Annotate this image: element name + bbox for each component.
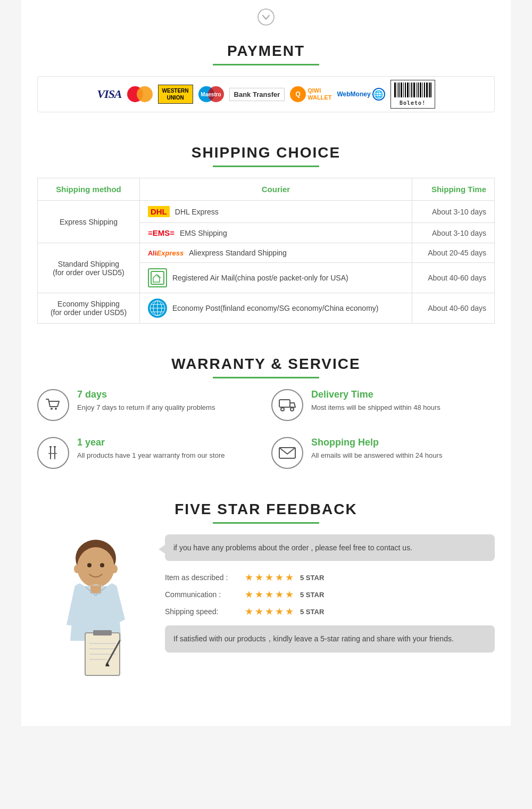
feedback-content: if you have any problems about the order…: [165, 534, 495, 653]
warranty-1year-desc: All products have 1 year warranty from o…: [77, 450, 225, 461]
feedback-section: FIVE STAR FEEDBACK: [21, 490, 511, 705]
svg-rect-43: [93, 630, 112, 635]
star-4: ★: [275, 606, 284, 617]
svg-rect-15: [424, 82, 425, 97]
webmoney-globe-icon: 🌐: [372, 88, 385, 101]
svg-rect-8: [410, 82, 410, 97]
truck-icon: [271, 389, 303, 421]
warranty-grid: 7 days Enjoy 7 days to return if any qua…: [37, 389, 495, 469]
warranty-item-1year: 1 year All products have 1 year warranty…: [37, 437, 261, 469]
economy-row: Economy Post(finland economy/SG economy/…: [139, 293, 412, 324]
shipping-table: Shipping method Courier Shipping Time Ex…: [37, 178, 495, 324]
chinapost-row: Registered Air Mail(china post/e packet-…: [139, 263, 412, 293]
warranty-help-desc: All emails will be answered within 24 ho…: [311, 450, 442, 461]
bank-transfer-logo: Bank Transfer: [229, 85, 285, 104]
star-3: ★: [265, 589, 273, 600]
dhl-time: About 3-10 days: [412, 201, 494, 223]
svg-rect-4: [401, 82, 402, 97]
qiwi-logo: Q QIWIWALLET: [290, 85, 331, 104]
chinapost-name: Registered Air Mail(china post/e packet-…: [172, 274, 348, 282]
ems-row: ≡EMS= EMS Shipping: [139, 223, 412, 243]
chinapost-time: About 40-60 days: [412, 263, 494, 293]
shipping-section: SHIPPING CHOICE Shipping method Courier …: [21, 134, 511, 340]
col-courier: Courier: [139, 178, 412, 201]
svg-rect-12: [418, 82, 419, 97]
shipping-underline: [213, 166, 319, 167]
warranty-item-7days: 7 days Enjoy 7 days to return if any qua…: [37, 389, 261, 421]
table-row: Standard Shipping(for order over USD5) A…: [38, 243, 495, 263]
svg-point-37: [74, 565, 80, 573]
svg-rect-6: [405, 82, 406, 97]
ali-time: About 20-45 days: [412, 243, 494, 263]
warranty-item-delivery: Delivery Time Most items will be shipped…: [271, 389, 495, 421]
star-label-communication: 5 STAR: [300, 591, 324, 599]
star-1: ★: [245, 606, 253, 617]
svg-point-36: [77, 547, 114, 588]
svg-rect-17: [429, 82, 430, 97]
star-5: ★: [285, 589, 294, 600]
ali-name: Aliexpress Standard Shipping: [189, 249, 287, 257]
feedback-body: if you have any problems about the order…: [37, 534, 495, 689]
star-5: ★: [285, 572, 294, 583]
star-1: ★: [245, 572, 253, 583]
star-label-shipping: 5 STAR: [300, 608, 324, 616]
shipping-title: SHIPPING CHOICE: [37, 144, 495, 161]
dhl-name: DHL Express: [175, 208, 219, 216]
svg-rect-28: [279, 400, 290, 407]
star-4: ★: [275, 572, 284, 583]
mc-circle-orange: [137, 86, 153, 102]
svg-point-39: [87, 563, 92, 567]
warranty-delivery-content: Delivery Time Most items will be shipped…: [311, 389, 440, 413]
table-row: Economy Shipping(for order under USD5): [38, 293, 495, 324]
warranty-underline: [213, 377, 319, 378]
un-logo: [148, 299, 167, 318]
ems-name: EMS Shipping: [180, 229, 227, 237]
svg-rect-5: [403, 82, 404, 97]
svg-rect-10: [413, 82, 415, 97]
rating-label-communication: Communication :: [165, 590, 245, 599]
svg-rect-13: [420, 82, 421, 97]
stars-shipping: ★ ★ ★ ★ ★: [245, 606, 294, 617]
svg-rect-2: [397, 82, 397, 97]
feedback-title: FIVE STAR FEEDBACK: [37, 501, 495, 518]
maestro-logo: Maestro: [198, 85, 224, 104]
svg-rect-14: [422, 82, 423, 97]
economy-method: Economy Shipping(for order under USD5): [38, 293, 140, 324]
star-label-described: 5 STAR: [300, 574, 324, 582]
svg-rect-9: [411, 82, 412, 97]
star-3: ★: [265, 606, 273, 617]
star-2: ★: [255, 589, 263, 600]
warranty-7days-title: 7 days: [77, 389, 215, 400]
payment-underline: [213, 64, 319, 65]
economy-time: About 40-60 days: [412, 293, 494, 324]
star-1: ★: [245, 589, 253, 600]
table-row: Express Shipping DHL DHL Express About 3…: [38, 201, 495, 223]
svg-rect-7: [407, 82, 409, 97]
col-time: Shipping Time: [412, 178, 494, 201]
cart-icon: [37, 389, 69, 421]
svg-point-38: [111, 565, 118, 573]
warranty-help-title: Shopping Help: [311, 437, 442, 448]
svg-point-27: [55, 408, 57, 410]
col-method: Shipping method: [38, 178, 140, 201]
star-5: ★: [285, 606, 294, 617]
dhl-row: DHL DHL Express: [139, 201, 412, 223]
person-image: [37, 534, 154, 689]
warranty-delivery-desc: Most items will be shipped within 48 hou…: [311, 402, 440, 413]
svg-rect-18: [430, 82, 431, 97]
china-post-icon: [148, 268, 167, 287]
rating-row-described: Item as described : ★ ★ ★ ★ ★ 5 STAR: [165, 572, 495, 583]
svg-point-40: [100, 563, 104, 567]
warranty-title: WARRANTY & SERVICE: [37, 356, 495, 373]
payment-title: PAYMENT: [37, 43, 495, 60]
svg-rect-1: [394, 82, 396, 97]
speech-bottom-text: If satisfied with our products，kindly le…: [173, 634, 454, 643]
ems-time: About 3-10 days: [412, 223, 494, 243]
western-union-logo: WESTERNUNION: [158, 85, 193, 104]
stars-communication: ★ ★ ★ ★ ★: [245, 589, 294, 600]
svg-point-0: [258, 9, 274, 25]
warranty-item-help: Shopping Help All emails will be answere…: [271, 437, 495, 469]
payment-logos: VISA WESTERNUNION Maestro: [37, 76, 495, 112]
boleto-logo: Boleto!: [390, 85, 435, 104]
rating-label-shipping: Shipping speed:: [165, 607, 245, 616]
